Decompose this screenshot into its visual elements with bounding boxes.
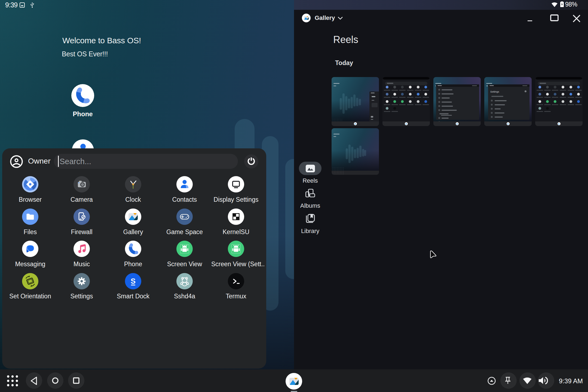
- svg-text:S: S: [131, 277, 136, 285]
